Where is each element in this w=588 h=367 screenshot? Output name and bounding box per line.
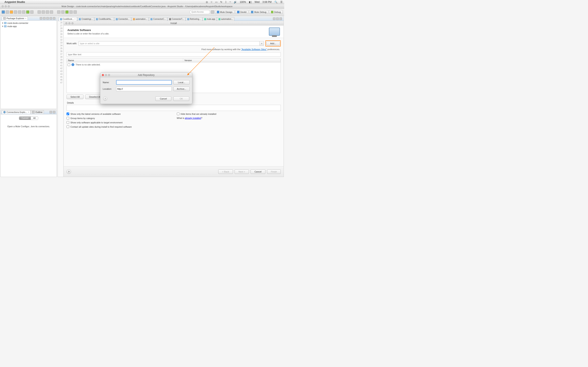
repo-cancel-button[interactable]: Cancel: [155, 96, 171, 101]
battery-pct[interactable]: 100%: [240, 1, 246, 3]
window-zoom-icon[interactable]: [8, 5, 10, 7]
dialog-minimize-icon[interactable]: [105, 74, 107, 76]
local-button[interactable]: Local...: [173, 80, 190, 85]
toolbar-btn[interactable]: [14, 10, 17, 14]
app-menu[interactable]: Anypoint Studio: [4, 0, 25, 3]
chevron-down-icon[interactable]: ▾: [259, 42, 264, 45]
tree-expand-icon[interactable]: [2, 22, 3, 24]
maximize-icon[interactable]: [53, 17, 55, 20]
toolbar-btn[interactable]: [61, 10, 65, 14]
toolbar-btn[interactable]: [18, 10, 21, 14]
editor-tab[interactable]: automation...: [217, 17, 234, 21]
available-sites-link[interactable]: "Available Software Sites": [241, 48, 267, 50]
editor-tab[interactable]: JCookBookHa...: [95, 17, 114, 21]
segmented-control[interactable]: Current All: [19, 117, 38, 120]
dialog-close-icon[interactable]: [65, 22, 67, 24]
seg-current[interactable]: Current: [19, 117, 31, 120]
editor-tab[interactable]: JConnectorC...: [149, 17, 167, 21]
editor-tab[interactable]: JConnectivi...: [114, 17, 131, 21]
close-icon[interactable]: ×: [74, 18, 76, 20]
dropbox-icon[interactable]: ◎: [206, 1, 208, 3]
finish-button[interactable]: Finish: [267, 169, 281, 174]
battery-icon[interactable]: ▮▯: [249, 1, 252, 3]
cb-latest[interactable]: Show only the latest versions of availab…: [67, 113, 171, 115]
version-col-header[interactable]: Version: [183, 58, 281, 62]
repo-ok-button[interactable]: OK: [173, 96, 189, 101]
editor-tab[interactable]: JRetriveIng...: [186, 17, 202, 21]
notification-center-icon[interactable]: ☰: [280, 1, 283, 3]
toolbar-btn[interactable]: [73, 10, 77, 14]
minimize-icon[interactable]: [276, 17, 279, 20]
toolbar-btn[interactable]: [10, 10, 13, 14]
volume-icon[interactable]: 🔊: [234, 1, 237, 3]
select-all-button[interactable]: Select All: [67, 95, 84, 99]
collapse-all-icon[interactable]: [40, 17, 42, 20]
perspective-mule-debug[interactable]: Mule Debug: [249, 10, 268, 14]
work-with-combo[interactable]: type or select a site ▾: [79, 41, 264, 46]
link-editor-icon[interactable]: [43, 17, 45, 20]
toolbar-btn[interactable]: [50, 10, 53, 14]
repo-location-input[interactable]: [116, 87, 172, 91]
time-label[interactable]: 3:08 PM: [262, 1, 272, 3]
toolbar-btn[interactable]: [38, 10, 41, 14]
view-menu-icon[interactable]: [46, 17, 49, 20]
repo-name-input[interactable]: [116, 80, 172, 85]
toolbar-btn[interactable]: [46, 10, 49, 14]
editor-tab[interactable]: xautomation...: [131, 17, 149, 21]
close-icon[interactable]: ×: [25, 17, 26, 20]
wifi-icon[interactable]: ⌔: [229, 1, 231, 3]
toolbar-btn[interactable]: [22, 10, 25, 14]
next-button[interactable]: Next >: [234, 169, 249, 174]
cb-hide[interactable]: Hide items that are already installed: [177, 113, 281, 115]
dialog-close-icon[interactable]: [102, 74, 104, 76]
add-site-button[interactable]: Add...: [266, 41, 280, 46]
toolbar-btn[interactable]: [6, 10, 9, 14]
window-minimize-icon[interactable]: [5, 5, 7, 7]
editor-tab[interactable]: mCookBook...×: [59, 17, 77, 21]
cb-group[interactable]: Group items by category: [67, 117, 171, 119]
dialog-zoom-icon[interactable]: [108, 74, 110, 76]
minimize-icon[interactable]: [50, 111, 52, 113]
show-list-icon[interactable]: [273, 17, 276, 20]
connections-tab[interactable]: Connections Explo... ×: [2, 110, 31, 114]
cancel-button[interactable]: Cancel: [251, 169, 265, 174]
quick-access-input[interactable]: Quick Access: [190, 10, 210, 14]
tree-expand-icon[interactable]: [2, 25, 3, 27]
maximize-icon[interactable]: [279, 17, 282, 20]
editor-tab[interactable]: JCreateIngr...: [77, 17, 94, 21]
perspective-mule-design[interactable]: Mule Design: [215, 10, 234, 14]
already-installed-link[interactable]: already installed: [185, 117, 201, 119]
name-col-header[interactable]: Name: [67, 58, 183, 62]
tree-item-muleapp[interactable]: mule-app: [1, 25, 56, 28]
airplay-icon[interactable]: ▭: [215, 1, 217, 3]
help-button[interactable]: ?: [103, 97, 107, 101]
dialog-zoom-icon[interactable]: [71, 22, 73, 24]
perspective-debug[interactable]: Debug: [269, 10, 283, 14]
maximize-icon[interactable]: [53, 111, 55, 113]
open-perspective-btn[interactable]: [211, 10, 214, 14]
tree-item-cookbook[interactable]: cook-book-connector: [1, 21, 56, 25]
day-label[interactable]: Wed: [255, 1, 259, 3]
perspective-devkit[interactable]: Devkit: [235, 10, 249, 14]
toolbar-btn[interactable]: [42, 10, 45, 14]
spotlight-icon[interactable]: 🔍: [274, 1, 277, 3]
toolbar-btn[interactable]: [57, 10, 61, 14]
editor-tab[interactable]: ConnectorT...: [168, 17, 185, 21]
timemachine-icon[interactable]: ↻: [220, 1, 222, 3]
archive-button[interactable]: Archive...: [173, 87, 190, 91]
toolbar-btn[interactable]: [30, 10, 34, 14]
cb-contact[interactable]: Contact all update sites during install …: [67, 125, 171, 128]
dialog-minimize-icon[interactable]: [68, 22, 70, 24]
minimize-icon[interactable]: [50, 17, 52, 20]
editor-tab[interactable]: mule-app: [203, 17, 217, 21]
toolbar-btn[interactable]: [26, 10, 29, 14]
package-explorer-tab[interactable]: Package Explorer ×: [2, 17, 28, 20]
menu-extra-icon[interactable]: ⁝⁝: [211, 1, 212, 3]
help-button[interactable]: ?: [67, 169, 71, 174]
outline-tab[interactable]: Outline: [31, 110, 44, 114]
toolbar-btn[interactable]: [2, 10, 5, 14]
back-button[interactable]: < Back: [218, 169, 233, 174]
run-button[interactable]: [65, 10, 69, 14]
cb-target[interactable]: Show only software applicable to target …: [67, 121, 171, 124]
row-checkbox[interactable]: [68, 63, 70, 66]
